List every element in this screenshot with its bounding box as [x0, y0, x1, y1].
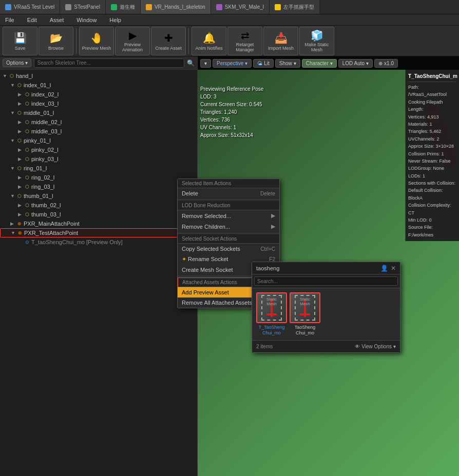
show-label: Show	[279, 61, 292, 66]
asset-thumb-2[interactable]: Static Mesh TaoShengChui_mo	[290, 292, 320, 336]
chevron-down-icon: ▾	[393, 344, 396, 349]
perspective-btn[interactable]: Perspective ▾	[213, 59, 252, 68]
tree-item-pxr-test[interactable]: ▼ ⊕ PXR_TestAttachPoint	[0, 228, 197, 237]
tree-item-pinky03[interactable]: ▶ ⬡ pinky_03_l	[0, 154, 197, 164]
chevron-down-icon: ▾	[25, 60, 28, 66]
tab-label: 遊生種	[120, 4, 135, 11]
bone-icon: ⬡	[17, 166, 22, 171]
tree-item-middle01[interactable]: ▼ ⬡ middle_01_l	[0, 108, 197, 117]
overlay-screen-size: Current Screen Size: 0.545	[200, 101, 263, 108]
preview-animation-button[interactable]: ▶ Preview Animation	[115, 27, 150, 55]
tab-vr-hands-skeleton[interactable]: VR_Hands_l_skeleton	[141, 0, 211, 14]
tree-item-ring03[interactable]: ▶ ⬡ ring_03_l	[0, 182, 197, 191]
expand-arrow: ▼	[10, 83, 16, 88]
overlay-vertices: Vertices: 736	[200, 116, 263, 124]
info-triangles: Triangles: 5,462	[408, 128, 456, 135]
viewport-overlay-info: Previewing Reference Pose LOD: 3 Current…	[200, 85, 263, 139]
tree-item-hand-l[interactable]: ▼ ⬡ hand_l	[0, 71, 197, 81]
tree-item-middle02[interactable]: ▶ ⬡ middle_02_l	[0, 117, 197, 127]
menu-asset[interactable]: Asset	[47, 16, 67, 24]
bone-icon: ⬡	[25, 175, 29, 180]
ctx-delete[interactable]: Delete Delete	[178, 188, 279, 199]
tab-left-hand-anim[interactable]: 左手抓握手型	[270, 0, 320, 14]
character-label: Character	[306, 61, 329, 66]
preview-icon: ⊙	[25, 240, 29, 245]
tab-skm-vr-male[interactable]: SKM_VR_Male_l	[211, 0, 270, 14]
import-mesh-label: Import Mesh	[268, 46, 294, 51]
tree-item-thumb01[interactable]: ▼ ⬡ thumb_01_l	[0, 191, 197, 201]
zoom-icon: ⊕	[378, 61, 382, 66]
tree-item-ring02[interactable]: ▶ ⬡ ring_02_l	[0, 173, 197, 182]
info-approx: Approx Size: 3×10×28	[408, 143, 456, 150]
viewport-dropdown-btn[interactable]: ▾	[200, 59, 211, 68]
view-options-button[interactable]: 👁 View Options ▾	[355, 344, 396, 349]
user-icon: 👤	[380, 265, 388, 272]
tree-item-thumb03[interactable]: ▶ ⬡ thumb_03_l	[0, 210, 197, 219]
eye-icon: 👁	[355, 344, 360, 349]
tab-label: 左手抓握手型	[283, 4, 314, 11]
tab-vraas-test-level[interactable]: VRaaS Test Level	[0, 0, 60, 14]
info-source-file: Source File: F:/work/mes	[408, 224, 456, 239]
info-collision-complexity: Collision Complexity: CT	[408, 202, 456, 216]
tab-stest-panel[interactable]: STestPanel	[60, 0, 106, 14]
socket-icon: ⊕	[17, 221, 22, 226]
menu-window[interactable]: Window	[74, 16, 99, 24]
asset-image-1: Static Mesh	[256, 292, 287, 323]
search-icon[interactable]: 🔍	[187, 60, 195, 67]
tree-item-pinky02[interactable]: ▶ ⬡ pinky_02_l	[0, 145, 197, 154]
preview-mesh-button[interactable]: 🤚 Preview Mesh	[79, 27, 114, 55]
tree-item-preview[interactable]: ⊙ T_taoShengChui_mo [Preview Only]	[0, 237, 197, 247]
zoom-btn[interactable]: ⊕ x1.0	[374, 59, 398, 68]
zoom-label: x1.0	[384, 61, 394, 66]
ctx-copy-sockets[interactable]: Copy Selected Sockets Ctrl+C	[178, 244, 279, 254]
tree-item-ring01[interactable]: ▼ ⬡ ring_01_l	[0, 164, 197, 173]
info-uv: UVChannels: 2	[408, 135, 456, 143]
toolbar: 💾 Save 📂 Browse 🤚 Preview Mesh ▶ Preview…	[0, 26, 459, 56]
menu-file[interactable]: File	[3, 16, 17, 24]
info-sections: Sections with Collision:	[408, 180, 456, 187]
info-default-collision: Default Collision: BlockA	[408, 187, 456, 202]
import-mesh-button[interactable]: 📥 Import Mesh	[263, 27, 298, 55]
expand-arrow: ▶	[18, 212, 24, 217]
expand-arrow: ▶	[18, 175, 24, 180]
show-btn[interactable]: Show ▾	[275, 59, 300, 68]
asset-thumb-1[interactable]: Static Mesh T_TaoShengChui_mo	[256, 292, 287, 336]
tree-item-index03[interactable]: ▶ ⬡ index_03_l	[0, 99, 197, 108]
asset-search-input[interactable]	[254, 276, 398, 286]
info-materials: Materials: 1	[408, 121, 456, 128]
options-button[interactable]: Options ▾	[3, 58, 31, 67]
tree-item-pxr-main[interactable]: ▶ ⊕ PXR_MainAttachPoint	[0, 219, 197, 228]
bone-icon: ⬡	[17, 138, 22, 143]
anim-notifies-button[interactable]: 🔔 Anim Notifies	[192, 27, 226, 55]
search-input[interactable]	[34, 58, 184, 68]
overlay-title: Previewing Reference Pose	[200, 85, 263, 93]
menu-help[interactable]: Help	[107, 16, 124, 24]
tree-item-middle03[interactable]: ▶ ⬡ middle_03_l	[0, 127, 197, 136]
info-path: Path: /VRaaS_AssetTool	[408, 84, 456, 98]
browse-button[interactable]: 📂 Browse	[39, 27, 73, 55]
retarget-manager-icon: ⇄	[238, 29, 252, 42]
retarget-manager-button[interactable]: ⇄ Retarget Manager	[227, 27, 262, 55]
skeleton-tree[interactable]: ▼ ⬡ hand_l ▼ ⬡ index_01_l ▶ ⬡ index_02_l…	[0, 70, 197, 476]
ctx-remove-selected[interactable]: Remove Selected... ▶	[178, 210, 279, 221]
ctx-remove-children[interactable]: Remove Children... ▶	[178, 221, 279, 232]
tree-item-index02[interactable]: ▶ ⬡ index_02_l	[0, 90, 197, 99]
tree-item-index01[interactable]: ▼ ⬡ index_01_l	[0, 81, 197, 90]
ctx-section-socket: Selected Socket Actions	[178, 234, 279, 244]
tree-item-pinky01[interactable]: ▼ ⬡ pinky_01_l	[0, 136, 197, 145]
tab-char[interactable]: 遊生種	[106, 0, 141, 14]
close-icon[interactable]: ✕	[391, 265, 396, 272]
create-asset-button[interactable]: ✚ Create Asset	[151, 27, 186, 55]
info-cooking: Cooking Filepath Length:	[408, 98, 456, 113]
ctx-separator-1	[178, 200, 279, 200]
make-static-mesh-button[interactable]: 🧊 Make Static Mesh	[299, 27, 334, 55]
lod-auto-btn[interactable]: LOD Auto ▾	[338, 59, 373, 68]
menu-edit[interactable]: Edit	[25, 16, 40, 24]
tree-item-thumb02[interactable]: ▶ ⬡ thumb_02_l	[0, 201, 197, 210]
browse-label: Browse	[48, 46, 64, 51]
character-btn[interactable]: Character ▾	[302, 59, 337, 68]
save-button[interactable]: 💾 Save	[3, 27, 37, 55]
expand-arrow: ▼	[10, 166, 16, 171]
lit-btn[interactable]: 🌤 Lit	[253, 59, 274, 68]
chevron-down-icon: ▾	[366, 61, 369, 66]
